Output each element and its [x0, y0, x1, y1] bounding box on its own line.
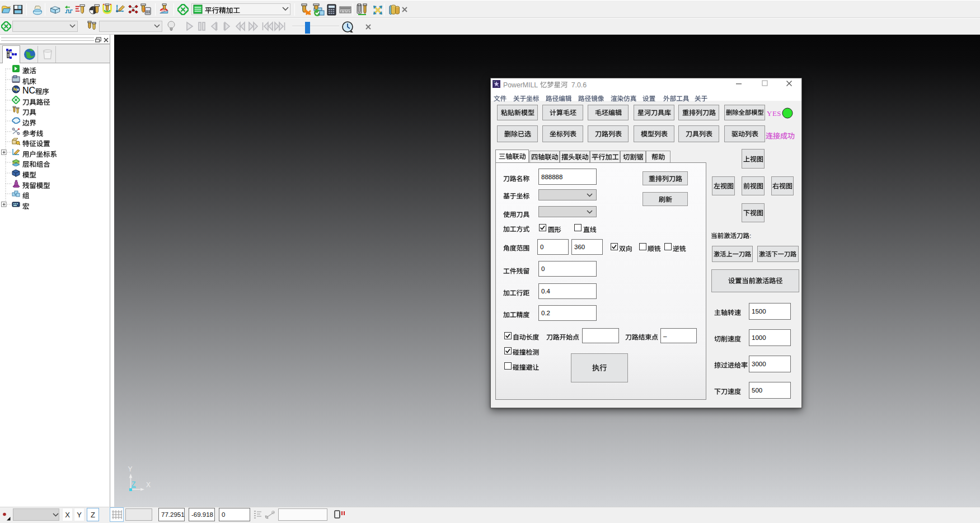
svg-text:Y: Y: [128, 465, 133, 473]
svg-text:X: X: [146, 481, 151, 489]
